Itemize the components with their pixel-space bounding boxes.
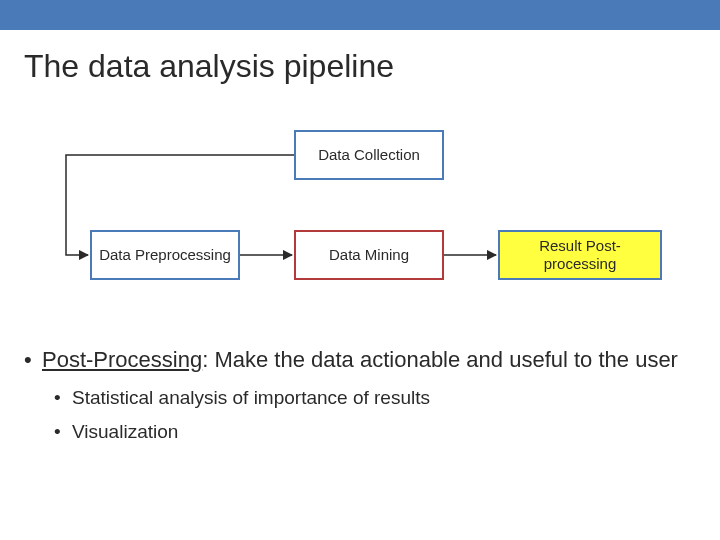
bullet-sub-1-text: Statistical analysis of importance of re…: [72, 387, 430, 408]
node-data-preprocessing: Data Preprocessing: [90, 230, 240, 280]
bullet-dot-icon: •: [54, 385, 72, 412]
node-data-mining: Data Mining: [294, 230, 444, 280]
bullet-list: •Post-Processing: Make the data actionab…: [24, 345, 694, 446]
page-title: The data analysis pipeline: [24, 48, 394, 85]
bullet-dot-icon: •: [24, 345, 42, 375]
node-data-collection: Data Collection: [294, 130, 444, 180]
bullet-main-rest: : Make the data actionable and useful to…: [202, 347, 678, 372]
bullet-main: •Post-Processing: Make the data actionab…: [24, 345, 694, 375]
node-result-postprocessing: Result Post-processing: [498, 230, 662, 280]
header-bar: [0, 0, 720, 30]
bullet-sub-2: •Visualization: [24, 419, 694, 446]
bullet-main-term: Post-Processing: [42, 347, 202, 372]
pipeline-diagram: Data Collection Data Preprocessing Data …: [0, 130, 720, 330]
bullet-sub-2-text: Visualization: [72, 421, 178, 442]
bullet-dot-icon: •: [54, 419, 72, 446]
bullet-sub-1: •Statistical analysis of importance of r…: [24, 385, 694, 412]
